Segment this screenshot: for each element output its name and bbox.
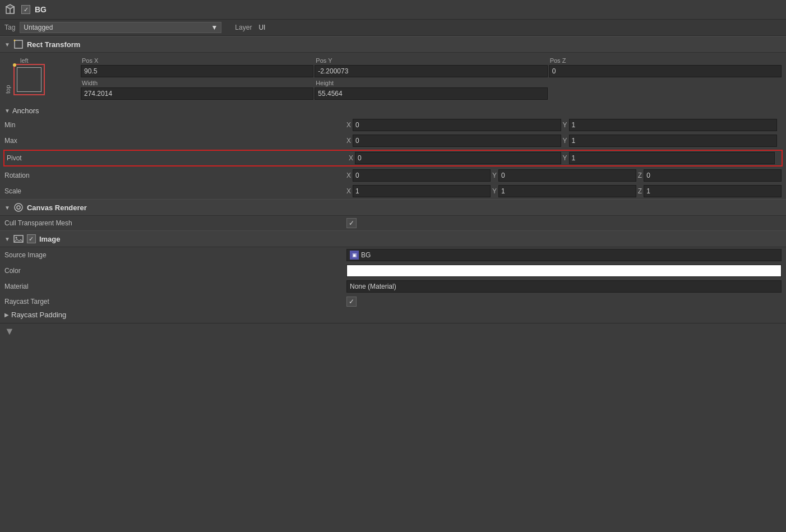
color-swatch[interactable] [346,265,782,277]
color-row: Color [0,263,786,279]
rotation-row: Rotation X Y Z [0,168,786,183]
width-field: Width [81,80,313,100]
scale-z-input[interactable] [644,185,782,197]
scale-z-letter: Z [638,187,642,195]
anchor-top-label: top [4,66,11,94]
tag-label: Tag [4,24,15,31]
scale-fields: X Y Z [346,185,782,197]
height-label: Height [315,80,547,86]
rect-transform-body: left top Pos X Pos Y [0,53,786,199]
rotation-y-input[interactable] [498,169,636,182]
pos-y-input[interactable] [315,65,547,77]
anchors-min-row: Min X Y [0,117,786,133]
canvas-renderer-body: Cull Transparent Mesh ✓ [0,216,786,230]
raycast-padding-label: Raycast Padding [11,311,66,319]
pivot-x-input[interactable] [355,152,561,164]
rect-transform-chevron: ▼ [4,41,10,48]
image-body: Source Image ▣ BG Color Material None (M… [0,247,786,340]
color-fields [346,265,782,277]
max-x-letter: X [346,137,351,145]
source-image-icon: ▣ [350,251,359,260]
anchors-min-y-input[interactable] [569,119,777,131]
cull-row: Cull Transparent Mesh ✓ [0,216,786,230]
svg-rect-4 [15,40,22,48]
anchor-box [13,64,45,95]
pivot-y-input[interactable] [569,152,775,164]
pivot-label: Pivot [7,154,349,162]
scale-x-letter: X [346,187,351,195]
anchors-chevron: ▼ [4,108,10,114]
layer-label: Layer [235,24,252,31]
scale-x-input[interactable] [353,185,491,197]
raycast-padding-chevron: ▶ [4,312,9,318]
image-header[interactable]: ▼ ✓ Image [0,230,786,247]
rot-z-letter: Z [638,172,642,179]
rot-y-letter: Y [492,172,497,179]
max-y-letter: Y [563,137,567,145]
image-section-icon [13,234,24,244]
raycast-target-checkbox[interactable]: ✓ [346,297,357,307]
pos-fields-area: Pos X Pos Y Pos Z Width [81,57,782,102]
anchors-max-x-input[interactable] [353,135,561,147]
svg-point-9 [15,237,17,239]
cull-checkbox[interactable]: ✓ [346,218,357,228]
svg-point-5 [13,40,15,41]
layer-value: UI [258,24,265,31]
object-header: ✓ BG [0,0,786,20]
image-chevron: ▼ [4,236,10,242]
material-row: Material None (Material) [0,279,786,294]
cube-icon [4,3,17,16]
source-image-value[interactable]: ▣ BG [346,249,782,261]
anchors-max-fields: X Y [346,135,782,147]
scale-label: Scale [4,187,346,195]
width-input[interactable] [81,87,313,100]
tag-layer-row: Tag Untagged ▼ Layer UI [0,20,786,36]
image-title: Image [39,235,61,243]
anchors-max-row: Max X Y [0,133,786,149]
rect-transform-title: Rect Transform [27,40,80,49]
raycast-padding-row[interactable]: ▶ Raycast Padding [0,309,786,321]
rect-transform-header[interactable]: ▼ Rect Transform [0,36,786,53]
canvas-renderer-icon [13,202,24,212]
pos-x-input[interactable] [81,65,313,77]
pos-y-field: Pos Y [315,57,547,77]
rect-transform-icon [13,39,24,49]
pos-z-input[interactable] [549,65,782,77]
scale-row: Scale X Y Z [0,183,786,199]
add-component-button[interactable]: ▼ [4,326,15,337]
rotation-fields: X Y Z [346,169,782,182]
rect-top-layout: left top Pos X Pos Y [0,53,786,104]
anchors-section[interactable]: ▼ Anchors [0,104,786,117]
height-field: Height [315,80,547,100]
anchors-min-x-input[interactable] [353,119,561,131]
rot-x-letter: X [346,172,351,179]
tag-dropdown[interactable]: Untagged ▼ [20,22,221,33]
pivot-y-letter: Y [563,154,567,162]
svg-marker-10 [14,239,23,242]
pos-z-label: Pos Z [549,57,782,64]
height-input[interactable] [315,87,547,100]
scale-y-input[interactable] [498,185,636,197]
svg-marker-1 [6,4,14,9]
rotation-z-input[interactable] [644,169,782,182]
raycast-target-label: Raycast Target [4,298,346,306]
pos-row-1: Pos X Pos Y Pos Z [81,57,782,77]
anchors-max-y-input[interactable] [569,135,777,147]
canvas-renderer-chevron: ▼ [4,205,10,211]
source-image-row: Source Image ▣ BG [0,247,786,263]
object-enabled-checkbox[interactable]: ✓ [21,5,30,14]
image-enabled-checkbox[interactable]: ✓ [27,234,36,243]
pivot-highlighted-row: Pivot X Y [3,150,783,166]
anchor-visual: left top [4,57,72,95]
pivot-x-letter: X [349,154,353,162]
cull-fields: ✓ [346,218,782,228]
pos-row-2: Width Height [81,80,782,100]
canvas-renderer-header[interactable]: ▼ Canvas Renderer [0,199,786,216]
rotation-x-input[interactable] [353,169,491,182]
min-y-letter: Y [563,121,567,129]
svg-point-7 [17,206,20,209]
color-label: Color [4,267,346,275]
material-value[interactable]: None (Material) [346,280,782,293]
width-label: Width [81,80,313,86]
pivot-fields: X Y [349,152,779,164]
